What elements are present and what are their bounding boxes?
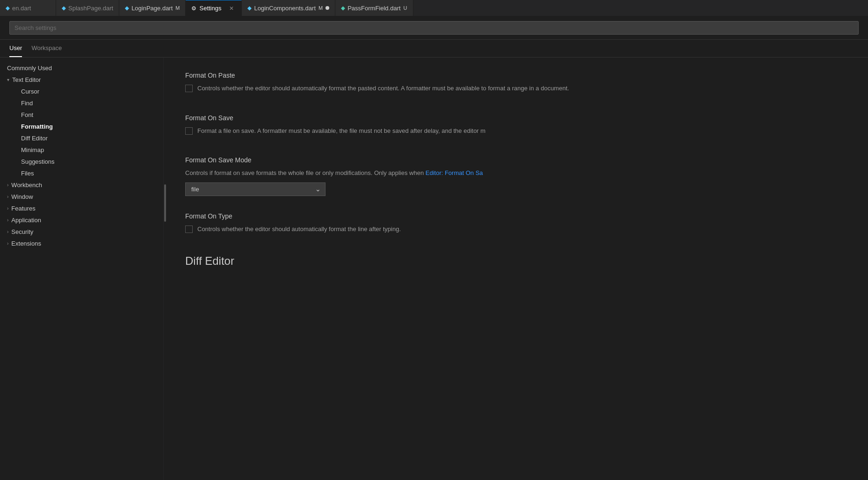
- sidebar-item-workbench[interactable]: Workbench: [0, 179, 163, 191]
- sidebar-item-features[interactable]: Features: [0, 203, 163, 214]
- format-on-save-description: Format a file on save. A formatter must …: [197, 126, 485, 136]
- format-on-save-mode-desc-text: Controls if format on save formats the w…: [185, 169, 424, 176]
- tab-label: PassFormField.dart: [347, 5, 400, 12]
- sidebar-item-minimap[interactable]: Minimap: [0, 144, 163, 156]
- tab-bar: ◆ en.dart ◆ SplashPage.dart ◆ LoginPage.…: [0, 0, 868, 16]
- settings-container: User Workspace Commonly Used Text Editor…: [0, 16, 868, 480]
- tab-settings[interactable]: ⚙ Settings ✕: [186, 0, 242, 16]
- sidebar-item-label: Formatting: [21, 123, 53, 130]
- sidebar-item-application[interactable]: Application: [0, 214, 163, 226]
- sidebar-item-security[interactable]: Security: [0, 226, 163, 238]
- format-on-type-description: Controls whether the editor should autom…: [197, 225, 401, 234]
- sidebar-scrollbar[interactable]: [164, 58, 166, 480]
- tab-label: LoginComponents.dart: [254, 5, 316, 12]
- modified-badge: U: [404, 5, 407, 11]
- sidebar-item-cursor[interactable]: Cursor: [0, 86, 163, 97]
- chevron-right-icon: [7, 206, 8, 211]
- format-on-save-link[interactable]: Editor: Format On Sa: [426, 169, 483, 176]
- sidebar-item-label: Security: [11, 228, 33, 235]
- sidebar-item-label: Files: [21, 170, 34, 177]
- sidebar-item-label: Window: [11, 193, 33, 200]
- sidebar-item-label: Cursor: [21, 88, 39, 95]
- sidebar-item-text-editor[interactable]: Text Editor: [0, 74, 163, 86]
- search-input[interactable]: [9, 21, 859, 35]
- format-on-save-checkbox[interactable]: [185, 127, 193, 135]
- sidebar-item-files[interactable]: Files: [0, 167, 163, 179]
- modified-badge: M: [175, 5, 180, 11]
- tab-user[interactable]: User: [9, 40, 22, 57]
- chevron-right-icon: [7, 182, 8, 188]
- chevron-right-icon: [7, 218, 8, 223]
- dart-icon: ◆: [247, 5, 251, 11]
- sidebar-item-label: Application: [11, 217, 41, 224]
- format-on-type-checkbox-wrapper: Controls whether the editor should autom…: [185, 225, 849, 239]
- chevron-right-icon: [7, 194, 8, 199]
- sidebar-item-label: Suggestions: [21, 158, 55, 165]
- sidebar-item-commonly-used[interactable]: Commonly Used: [0, 62, 163, 74]
- tab-label: SplashPage.dart: [68, 5, 113, 12]
- chevron-right-icon: [7, 241, 8, 246]
- chevron-right-icon: [7, 229, 8, 234]
- search-bar: [0, 16, 868, 40]
- dart-icon: ◆: [62, 5, 65, 11]
- main-content: Format On Paste Controls whether the edi…: [166, 58, 868, 480]
- tab-close-button[interactable]: ✕: [227, 4, 236, 13]
- dart-icon: ◆: [125, 5, 129, 11]
- tab-passformfield[interactable]: ◆ PassFormField.dart U: [335, 0, 413, 16]
- sidebar-item-label: Diff Editor: [21, 135, 48, 142]
- sidebar-item-label: Find: [21, 100, 33, 107]
- tab-loginpage[interactable]: ◆ LoginPage.dart M: [119, 0, 186, 16]
- sidebar-item-label: Minimap: [21, 146, 44, 153]
- sidebar-item-font[interactable]: Font: [0, 109, 163, 121]
- sidebar-item-formatting[interactable]: Formatting: [0, 121, 163, 132]
- setting-title-format-on-save: Format On Save: [185, 114, 849, 122]
- modified-badge: M: [318, 5, 323, 11]
- setting-title-format-on-save-mode: Format On Save Mode: [185, 156, 849, 164]
- setting-format-on-paste: Format On Paste Controls whether the edi…: [185, 72, 849, 98]
- unsaved-dot: [326, 6, 329, 10]
- sidebar-item-window[interactable]: Window: [0, 191, 163, 203]
- tab-logincomponents[interactable]: ◆ LoginComponents.dart M: [242, 0, 335, 16]
- diff-editor-heading: Diff Editor: [185, 255, 849, 268]
- sidebar: Commonly Used Text Editor Cursor Find Fo…: [0, 58, 164, 480]
- sidebar-item-label: Workbench: [11, 182, 42, 189]
- sidebar-item-label: Extensions: [11, 240, 41, 247]
- dart-icon: ◆: [6, 5, 9, 11]
- tab-workspace[interactable]: Workspace: [31, 40, 62, 57]
- format-on-save-mode-select-wrapper: file modifications modificationsIfAvaila…: [185, 182, 326, 196]
- setting-title-format-on-paste: Format On Paste: [185, 72, 849, 79]
- sidebar-item-extensions[interactable]: Extensions: [0, 238, 163, 249]
- format-on-paste-description: Controls whether the editor should autom…: [197, 84, 569, 93]
- sidebar-item-diff-editor[interactable]: Diff Editor: [0, 132, 163, 144]
- scrollbar-thumb: [164, 184, 166, 222]
- sidebar-item-label: Font: [21, 111, 33, 118]
- format-on-save-checkbox-wrapper: Format a file on save. A formatter must …: [185, 126, 849, 140]
- dart-icon: ◆: [341, 5, 345, 11]
- format-on-save-mode-description: Controls if format on save formats the w…: [185, 168, 849, 178]
- chevron-down-icon: [7, 77, 9, 82]
- format-on-type-checkbox[interactable]: [185, 225, 193, 233]
- content-area: Commonly Used Text Editor Cursor Find Fo…: [0, 58, 868, 480]
- sidebar-item-label: Text Editor: [12, 76, 41, 83]
- tab-splashpage[interactable]: ◆ SplashPage.dart: [56, 0, 119, 16]
- setting-title-format-on-type: Format On Type: [185, 212, 849, 220]
- setting-format-on-save-mode: Format On Save Mode Controls if format o…: [185, 156, 849, 196]
- sidebar-item-suggestions[interactable]: Suggestions: [0, 156, 163, 167]
- setting-format-on-save: Format On Save Format a file on save. A …: [185, 114, 849, 140]
- tab-label: Settings: [199, 5, 221, 12]
- format-on-paste-checkbox[interactable]: [185, 85, 193, 92]
- settings-icon: ⚙: [191, 5, 196, 12]
- settings-tabs-row: User Workspace: [0, 40, 868, 58]
- sidebar-item-label: Features: [11, 205, 35, 212]
- tab-en-dart[interactable]: ◆ en.dart: [0, 0, 56, 16]
- format-on-save-mode-select[interactable]: file modifications modificationsIfAvaila…: [185, 182, 326, 196]
- sidebar-item-label: Commonly Used: [7, 65, 52, 72]
- tab-label: en.dart: [12, 5, 31, 12]
- setting-format-on-type: Format On Type Controls whether the edit…: [185, 212, 849, 239]
- sidebar-item-find[interactable]: Find: [0, 97, 163, 109]
- tab-label: LoginPage.dart: [131, 5, 173, 12]
- format-on-paste-checkbox-wrapper: Controls whether the editor should autom…: [185, 84, 849, 98]
